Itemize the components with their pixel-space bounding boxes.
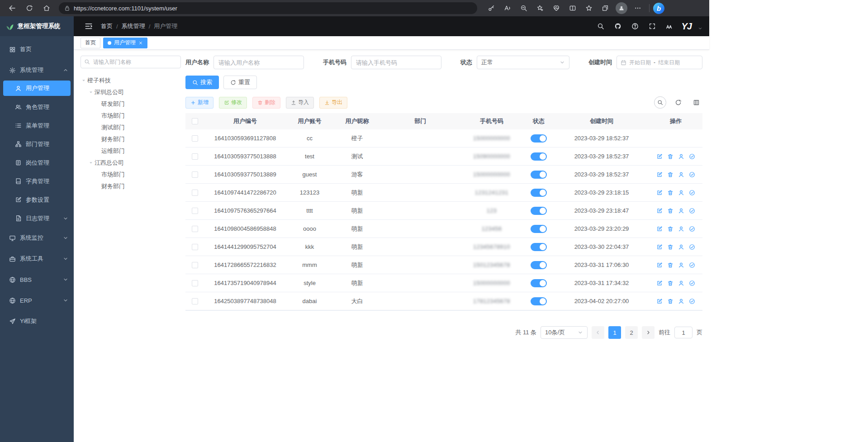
row-edit-icon[interactable] [656, 280, 663, 286]
row-reset-password-icon[interactable] [678, 208, 684, 214]
status-toggle[interactable] [531, 207, 547, 215]
row-checkbox[interactable] [192, 244, 198, 250]
row-reset-password-icon[interactable] [678, 190, 684, 196]
sidebar-item-user-mgmt[interactable]: 用户管理 [3, 81, 71, 96]
page-size-select[interactable]: 10条/页 [541, 326, 588, 339]
status-select[interactable]: 正常 [477, 56, 569, 69]
row-assign-role-icon[interactable] [689, 208, 695, 214]
sidebar-item-param-settings[interactable]: 参数设置 [0, 190, 74, 209]
tab-user-mgmt[interactable]: 用户管理 [103, 38, 147, 48]
row-reset-password-icon[interactable] [678, 226, 684, 232]
font-size-icon[interactable] [664, 20, 675, 32]
sidebar-item-bbs[interactable]: BBS [0, 269, 74, 290]
row-delete-icon[interactable] [667, 298, 674, 304]
tree-node-leaf[interactable]: 财务部门 [81, 133, 181, 145]
import-button[interactable]: 导入 [286, 97, 314, 109]
add-favorite-icon[interactable] [532, 2, 548, 14]
row-reset-password-icon[interactable] [678, 171, 684, 178]
sidebar-item-post-mgmt[interactable]: 岗位管理 [0, 153, 74, 172]
sidebar-item-system-mgmt[interactable]: 系统管理 [0, 60, 74, 81]
user-logo[interactable]: YJ [681, 21, 693, 32]
row-edit-icon[interactable] [656, 298, 663, 304]
tree-node-branch[interactable]: 深圳总公司 [81, 86, 181, 98]
phone-input[interactable] [351, 56, 441, 69]
tree-node-root[interactable]: 橙子科技 [81, 75, 181, 86]
breadcrumb-item[interactable]: 首页 [101, 22, 113, 30]
collapse-sidebar-icon[interactable] [83, 20, 95, 32]
row-assign-role-icon[interactable] [689, 244, 695, 250]
row-edit-icon[interactable] [656, 226, 663, 232]
row-assign-role-icon[interactable] [689, 171, 695, 178]
tree-node-leaf[interactable]: 财务部门 [81, 181, 181, 192]
caret-down-icon[interactable] [89, 161, 93, 165]
row-delete-icon[interactable] [667, 280, 674, 286]
row-reset-password-icon[interactable] [678, 262, 684, 268]
browser-essentials-icon[interactable] [549, 2, 564, 14]
row-assign-role-icon[interactable] [689, 226, 695, 232]
close-tab-icon[interactable] [138, 41, 143, 45]
add-button[interactable]: 新增 [185, 97, 213, 109]
split-screen-icon[interactable] [565, 2, 580, 14]
collections-icon[interactable] [598, 2, 613, 14]
export-button[interactable]: 导出 [319, 97, 347, 109]
row-delete-icon[interactable] [667, 171, 674, 178]
status-toggle[interactable] [531, 279, 547, 287]
more-menu-icon[interactable] [630, 2, 645, 14]
browser-home-icon[interactable] [39, 2, 54, 14]
row-edit-icon[interactable] [656, 208, 663, 214]
row-assign-role-icon[interactable] [689, 262, 695, 268]
tab-home[interactable]: 首页 [81, 38, 100, 48]
prev-page-button[interactable] [592, 326, 604, 339]
caret-down-icon[interactable] [81, 78, 86, 83]
date-range-picker[interactable]: 开始日期 - 结束日期 [617, 56, 702, 69]
sidebar-item-home[interactable]: 首页 [0, 39, 74, 60]
row-reset-password-icon[interactable] [678, 153, 684, 160]
goto-page-input[interactable] [674, 327, 693, 338]
tree-node-branch[interactable]: 江西总公司 [81, 157, 181, 169]
select-all-checkbox[interactable] [192, 118, 198, 124]
status-toggle[interactable] [531, 225, 547, 233]
row-checkbox[interactable] [192, 208, 198, 214]
status-toggle[interactable] [531, 189, 547, 197]
row-checkbox[interactable] [192, 226, 198, 232]
chevron-down-icon[interactable] [698, 26, 702, 31]
sidebar-item-dict-mgmt[interactable]: 字典管理 [0, 172, 74, 190]
tree-node-leaf[interactable]: 运维部门 [81, 145, 181, 157]
sidebar-item-menu-mgmt[interactable]: 菜单管理 [0, 116, 74, 135]
row-edit-icon[interactable] [656, 244, 663, 250]
tree-node-leaf[interactable]: 市场部门 [81, 110, 181, 122]
row-delete-icon[interactable] [667, 190, 674, 196]
row-delete-icon[interactable] [667, 244, 674, 250]
row-checkbox[interactable] [192, 298, 198, 304]
sidebar-item-system-tools[interactable]: 系统工具 [0, 248, 74, 269]
sidebar-item-role-mgmt[interactable]: 角色管理 [0, 98, 74, 116]
sidebar-item-erp[interactable]: ERP [0, 290, 74, 311]
sidebar-item-log-mgmt[interactable]: 日志管理 [0, 209, 74, 228]
username-input[interactable] [213, 56, 304, 69]
sidebar-item-system-monitor[interactable]: 系统监控 [0, 228, 74, 248]
sidebar-item-yi-framework[interactable]: Yi框架 [0, 311, 74, 332]
reload-icon[interactable] [22, 2, 37, 14]
favorites-icon[interactable] [581, 2, 597, 14]
row-checkbox[interactable] [192, 135, 198, 142]
status-toggle[interactable] [531, 243, 547, 251]
edit-button[interactable]: 修改 [219, 97, 247, 109]
sidebar-item-dept-mgmt[interactable]: 部门管理 [0, 135, 74, 153]
search-button[interactable]: 搜索 [185, 76, 219, 89]
row-assign-role-icon[interactable] [689, 298, 695, 304]
status-toggle[interactable] [531, 261, 547, 269]
caret-down-icon[interactable] [89, 90, 93, 95]
copilot-icon[interactable]: b [653, 3, 664, 14]
page-button-2[interactable]: 2 [625, 326, 638, 339]
next-page-button[interactable] [642, 326, 655, 339]
row-checkbox[interactable] [192, 171, 198, 178]
row-delete-icon[interactable] [667, 262, 674, 268]
status-toggle[interactable] [531, 152, 547, 161]
tree-node-leaf[interactable]: 市场部门 [81, 169, 181, 181]
status-toggle[interactable] [531, 171, 547, 179]
row-edit-icon[interactable] [656, 262, 663, 268]
help-icon[interactable] [629, 20, 641, 32]
row-checkbox[interactable] [192, 190, 198, 196]
row-edit-icon[interactable] [656, 190, 663, 196]
row-edit-icon[interactable] [656, 153, 663, 160]
